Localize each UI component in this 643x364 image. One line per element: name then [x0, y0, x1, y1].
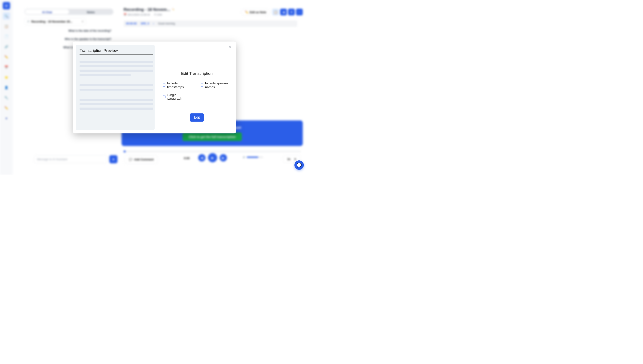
edit-button[interactable]: Edit	[190, 113, 204, 122]
recording-duration: ⏱ 0:04	[154, 13, 162, 16]
edit-title: Edit Transcription	[181, 71, 213, 76]
skeleton-line	[80, 70, 153, 72]
forward-button[interactable]: ▶	[220, 154, 227, 162]
chevron-down-icon[interactable]: ▾	[153, 23, 154, 25]
skeleton-block-3	[80, 99, 151, 110]
search-icon[interactable]: 🔍	[3, 12, 10, 20]
option-timestamps[interactable]: Include timestamps	[163, 82, 189, 89]
action-btn-2[interactable]: ◀	[280, 9, 287, 16]
breadcrumb-text: Recording - 18 November 20...	[31, 20, 72, 23]
chevron-down-icon: ▾	[295, 158, 296, 161]
nav-icon-5[interactable]: 📅	[3, 64, 10, 71]
title-row: Recording - 18 Novem... ✏️	[124, 7, 305, 12]
skeleton-line	[80, 103, 153, 106]
transcript-timestamp: 00:00:00	[126, 22, 137, 25]
player-progress[interactable]	[124, 151, 301, 152]
nav-icon-10[interactable]: ♠	[3, 114, 10, 122]
label-single-paragraph: Single paragraph	[167, 93, 189, 101]
player-time: 0:00	[184, 156, 190, 160]
action-btn-4[interactable]: ⋯	[296, 9, 303, 16]
tab-group: AI Chat Notes	[25, 9, 113, 15]
options-row: Include timestamps Single paragraph Incl…	[163, 82, 231, 100]
recording-meta: 📅 18/11/2024 12:09:18 ⏱ 0:04	[124, 13, 305, 16]
skeleton-line	[80, 61, 153, 63]
progress-handle[interactable]	[124, 150, 126, 152]
music-icon: 🎵	[27, 20, 29, 22]
recording-breadcrumb[interactable]: 🎵 Recording - 18 November 20... ✕	[25, 18, 86, 25]
nav-icon-6[interactable]: ⭐	[3, 74, 10, 81]
sidebar: U 🔍 📋 📄 🔗 ✏️ 📅 ⭐ 👤 🔧 ✏️ ♠	[0, 0, 13, 175]
label-timestamps: Include timestamps	[167, 82, 189, 89]
main-area: Recording - 18 Novem... ✏️ 📅 18/11/2024 …	[124, 7, 305, 16]
recording-date: 📅 18/11/2024 12:09:18	[124, 13, 150, 16]
full-transcription-button[interactable]: Click to get the full transcription	[182, 132, 242, 141]
skeleton-line	[80, 74, 131, 76]
pencil-icon: ✏️	[245, 10, 249, 14]
tab-notes[interactable]: Notes	[69, 9, 113, 14]
option-speaker-names[interactable]: Include speaker names	[201, 82, 231, 89]
volume-icon: 🔊	[243, 156, 245, 158]
nav-icon-8[interactable]: 🔧	[3, 94, 10, 101]
send-button[interactable]: ➤	[109, 155, 117, 163]
volume-fill	[247, 156, 258, 158]
nav-icon-9[interactable]: ✏️	[3, 104, 10, 112]
transcript-speaker: SPE_0	[141, 22, 149, 25]
checkbox-speaker-names[interactable]	[201, 84, 203, 86]
edit-title-icon[interactable]: ✏️	[172, 8, 174, 10]
options-col-right: Include speaker names	[201, 82, 231, 100]
header-actions: 📋 ◀ ⬇ ⋯	[272, 9, 303, 16]
skeleton-line	[80, 88, 153, 91]
player-controls: ◀ ▶ ▶	[198, 154, 227, 162]
rewind-button[interactable]: ◀	[198, 154, 206, 162]
recording-title: Recording - 18 Novem...	[124, 7, 170, 12]
transcript-text: Good morning.	[158, 22, 176, 25]
nav-icon-2[interactable]: 📄	[3, 33, 10, 40]
chat-message-1: What is the date of the recording?	[25, 29, 114, 32]
skeleton-block-1	[80, 61, 151, 76]
nav-icon-7[interactable]: 👤	[3, 84, 10, 91]
add-comment-button[interactable]: 💬 Add Comment	[125, 155, 158, 164]
play-button[interactable]: ▶	[208, 153, 217, 162]
preview-panel: Transcription Preview	[76, 44, 155, 130]
preview-title: Transcription Preview	[80, 48, 153, 55]
chat-input[interactable]: Message to AI Assistant	[34, 155, 107, 163]
nav-icon-3[interactable]: 🔗	[3, 43, 10, 50]
checkbox-timestamps[interactable]	[163, 84, 165, 86]
edit-panel: ✕ Edit Transcription Include timestamps …	[158, 42, 236, 134]
comment-icon: 💬	[129, 158, 133, 161]
skeleton-line	[80, 99, 153, 101]
close-icon[interactable]: ✕	[82, 20, 83, 22]
options-col-left: Include timestamps Single paragraph	[163, 82, 189, 100]
app-logo[interactable]: U	[3, 2, 10, 10]
volume-control[interactable]: 🔊	[243, 156, 263, 158]
chat-message-2: Who is the speaker in the transcript?	[25, 38, 114, 41]
checkbox-single-paragraph[interactable]	[163, 95, 166, 98]
action-btn-3[interactable]: ⬇	[288, 9, 295, 16]
skeleton-block-2	[80, 84, 151, 90]
skeleton-line	[80, 84, 153, 86]
transcription-modal: Transcription Preview ✕ Edit Transcripti…	[73, 42, 236, 134]
option-single-paragraph[interactable]: Single paragraph	[163, 93, 189, 101]
action-btn-1[interactable]: 📋	[272, 9, 279, 16]
transcript-row: 00:00:00 SPE_0 ▾ Good morning.	[124, 20, 297, 27]
chat-icon: 💬	[297, 163, 302, 168]
chat-support-fab[interactable]: 💬	[295, 160, 304, 170]
skeleton-line	[80, 65, 153, 67]
edit-as-note-button[interactable]: ✏️ Edit as Note	[241, 9, 270, 16]
label-speaker-names: Include speaker names	[205, 82, 231, 89]
close-modal-button[interactable]: ✕	[228, 44, 232, 49]
volume-slider[interactable]	[247, 156, 263, 158]
skeleton-line	[80, 108, 153, 110]
tab-ai-chat[interactable]: AI Chat	[25, 9, 69, 14]
nav-icon-4[interactable]: ✏️	[3, 53, 10, 60]
nav-icon-1[interactable]: 📋	[3, 23, 10, 30]
